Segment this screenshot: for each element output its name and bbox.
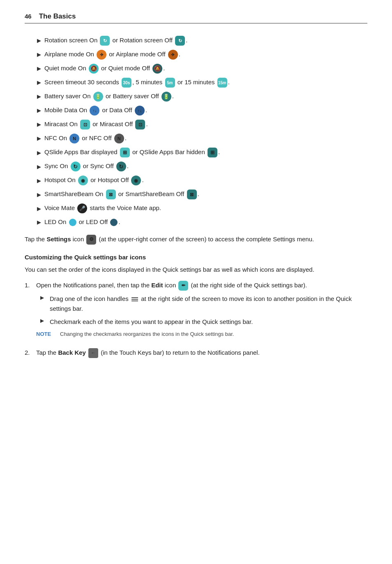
- led-on-icon: [69, 219, 76, 226]
- quiet-off-icon: 🔕: [152, 64, 162, 74]
- hotspot-off-icon: ◉: [131, 176, 141, 185]
- rotation-on-icon: ↻: [100, 36, 110, 46]
- list-item-miracast: ▶ Miracast On ⊡ or Miracast Off ⊡.: [37, 120, 367, 129]
- sync-off-icon: ↻: [116, 162, 126, 171]
- mobile-data-on-icon: ↑↓: [90, 106, 99, 116]
- sub-bullet-drag: ▶ Drag one of the icon handles at the ri…: [40, 294, 367, 314]
- sync-on-icon: ↻: [71, 162, 81, 171]
- mobile-data-off-icon: ↑↓: [135, 106, 145, 116]
- settings-paragraph: Tap the Settings icon ⚙ (at the upper-ri…: [25, 234, 367, 245]
- battery-off-icon: 🔋: [161, 92, 171, 102]
- page-header: 46 The Basics: [25, 12, 367, 23]
- list-item-qslide: ▶ QSlide Apps Bar displayed ⊞ or QSlide …: [37, 148, 367, 157]
- list-item-sync: ▶ Sync On ↻ or Sync Off ↻.: [37, 162, 367, 171]
- miracast-on-icon: ⊡: [80, 120, 90, 129]
- smartshare-off-icon: ⊠: [187, 190, 197, 199]
- numbered-list: 1. Open the Notifications panel, then ta…: [25, 280, 367, 358]
- back-key-bold: Back Key: [58, 349, 86, 356]
- nfc-on-icon: N: [69, 134, 79, 143]
- miracast-off-icon: ⊡: [135, 120, 145, 129]
- section-heading: Customizing the Quick settings bar icons: [25, 254, 367, 261]
- list-item-airplane: ▶ Airplane mode On ✈ or Airplane mode Of…: [37, 50, 367, 60]
- numbered-item-2: 2. Tap the Back Key ← (in the Touch Keys…: [25, 348, 367, 358]
- list-item-battery: ▶ Battery saver On 🔋 or Battery saver Of…: [37, 92, 367, 102]
- battery-on-icon: 🔋: [93, 92, 103, 102]
- list-item-screen-timeout: ▶ Screen timeout 30 seconds 30s, 5 minut…: [37, 78, 367, 88]
- page-number: 46: [25, 13, 32, 20]
- page-title: The Basics: [39, 12, 76, 21]
- timeout-5-icon: 5m: [165, 78, 175, 88]
- nfc-off-icon: N: [114, 134, 124, 143]
- sub-bullets-1: ▶ Drag one of the icon handles at the ri…: [40, 294, 367, 327]
- list-item-voice-mate: ▶ Voice Mate 🎤 starts the Voice Mate app…: [37, 203, 367, 213]
- note-1: NOTE Changing the checkmarks reorganizes…: [36, 330, 367, 339]
- list-item-hotspot: ▶ Hotspot On ◉ or Hotspot Off ◉.: [37, 176, 367, 185]
- timeout-15-icon: 15m: [217, 78, 227, 88]
- list-item-smartshare: ▶ SmartShareBeam On ⊠ or SmartShareBeam …: [37, 190, 367, 199]
- timeout-30-icon: 30s: [122, 78, 131, 88]
- edit-bold: Edit: [151, 282, 163, 289]
- hotspot-on-icon: ◉: [78, 176, 88, 185]
- settings-bold: Settings: [46, 236, 71, 243]
- voice-mate-icon: 🎤: [77, 203, 87, 213]
- section-intro: You can set the order of the icons displ…: [25, 265, 367, 275]
- airplane-on-icon: ✈: [97, 50, 106, 60]
- settings-icon: ⚙: [86, 235, 96, 245]
- list-item-rotation: ▶ Rotation screen On ↻ or Rotation scree…: [37, 36, 367, 46]
- numbered-item-1: 1. Open the Notifications panel, then ta…: [25, 280, 367, 343]
- qslide-hidden-icon: ⊞: [208, 148, 217, 157]
- back-key-icon: ←: [88, 348, 98, 358]
- drag-handle-icon: [131, 297, 138, 301]
- rotation-off-icon: ↻: [175, 36, 185, 46]
- qslide-displayed-icon: ⊞: [120, 148, 130, 157]
- list-item-mobile-data: ▶ Mobile Data On ↑↓ or Data Off ↑↓.: [37, 106, 367, 116]
- led-off-icon: [110, 219, 118, 226]
- smartshare-on-icon: ⊠: [106, 190, 116, 199]
- list-item-nfc: ▶ NFC On N or NFC Off N.: [37, 134, 367, 143]
- list-item-quiet: ▶ Quiet mode On 🔕 or Quiet mode Off 🔕.: [37, 64, 367, 74]
- edit-icon: ✏: [178, 281, 188, 291]
- quick-settings-list: ▶ Rotation screen On ↻ or Rotation scree…: [37, 36, 367, 227]
- quiet-on-icon: 🔕: [89, 64, 99, 74]
- airplane-off-icon: ✈: [168, 50, 178, 60]
- list-item-led: ▶ LED On or LED Off .: [37, 217, 367, 227]
- sub-bullet-checkmark: ▶ Checkmark each of the items you want t…: [40, 317, 367, 327]
